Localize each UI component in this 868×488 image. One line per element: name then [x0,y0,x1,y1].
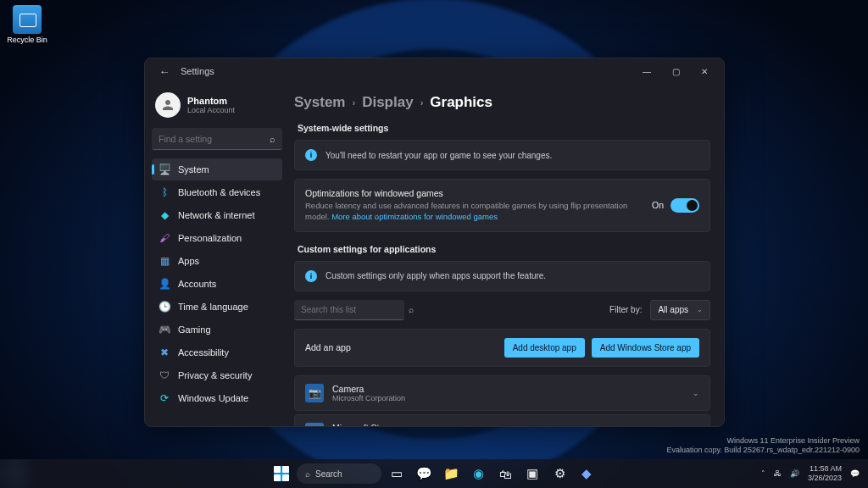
chevron-right-icon: › [352,97,355,108]
app-search-input[interactable] [301,305,409,314]
system-tray[interactable]: ˄ 🖧 🔊 11:58 AM 3/26/2023 💬 [761,464,860,483]
close-button[interactable]: ✕ [690,62,719,80]
terminal-button[interactable]: ▣ [520,462,544,485]
sidebar-item-apps[interactable]: ▦Apps [152,250,282,272]
search-icon: ⌕ [305,469,310,479]
filter-row: ⌕ Filter by: All apps ⌄ [294,300,710,320]
chevron-right-icon: › [420,97,424,108]
back-button[interactable]: ← [155,62,174,80]
sidebar-item-label: System [178,164,209,175]
content-area[interactable]: System › Display › Graphics System-wide … [289,84,724,426]
info-text: You'll need to restart your app or game … [326,151,552,160]
titlebar: ← Settings ― ▢ ✕ [145,58,724,84]
sidebar-item-accounts[interactable]: 👤Accounts [152,273,282,295]
sidebar-item-personalization[interactable]: 🖌Personalization [152,227,282,249]
sidebar-item-privacy[interactable]: 🛡Privacy & security [152,364,282,386]
notifications-icon[interactable]: 💬 [850,469,860,478]
info-card-custom: i Custom settings only apply when apps s… [294,261,710,291]
app-icon: 📷 [305,384,324,402]
sidebar-item-label: Bluetooth & devices [178,187,260,197]
app-row[interactable]: ▣Microsoft StoreMicrosoft Corporation⌄ [294,414,710,426]
network-icon: ◆ [159,209,170,221]
store-button[interactable]: 🛍 [493,462,517,485]
sidebar-item-gaming[interactable]: 🎮Gaming [152,319,282,341]
breadcrumb-system[interactable]: System [294,94,345,111]
recycle-bin-icon [13,5,42,34]
profile[interactable]: Phantom Local Account [152,89,282,126]
bluetooth-icon: ᛒ [159,186,170,198]
section-title-system: System-wide settings [298,123,710,133]
info-card-restart: i You'll need to restart your app or gam… [294,140,710,170]
app-list: 📷CameraMicrosoft Corporation⌄▣Microsoft … [294,375,710,426]
maximize-button[interactable]: ▢ [661,62,690,80]
sidebar-item-label: Accounts [178,279,216,289]
opt-desc: Reduce latency and use advanced features… [305,200,640,223]
sidebar-item-time[interactable]: 🕒Time & language [152,296,282,318]
sidebar-item-network[interactable]: ◆Network & internet [152,204,282,226]
section-title-custom: Custom settings for applications [298,244,710,254]
watermark: Windows 11 Enterprise Insider Preview Ev… [666,436,860,456]
add-app-row: Add an app Add desktop app Add Windows S… [294,329,710,367]
add-store-app-button[interactable]: Add Windows Store app [592,338,699,358]
accessibility-icon: ✖ [159,347,170,358]
accounts-icon: 👤 [159,278,170,290]
breadcrumb-display[interactable]: Display [362,94,413,111]
network-icon[interactable]: 🖧 [774,469,782,478]
info-icon: i [305,270,317,282]
add-app-label: Add an app [305,342,498,352]
search-icon: ⌕ [270,134,275,144]
opt-link[interactable]: More about optimizations for windowed ga… [331,212,498,221]
breadcrumb-current: Graphics [430,94,492,111]
sidebar-item-label: Accessibility [178,347,229,358]
filter-label: Filter by: [609,305,642,314]
app-search[interactable]: ⌕ [294,300,404,320]
optimizations-toggle[interactable] [670,198,699,213]
sidebar-item-bluetooth[interactable]: ᛒBluetooth & devices [152,181,282,203]
time-icon: 🕒 [159,301,170,313]
sidebar-item-accessibility[interactable]: ✖Accessibility [152,341,282,363]
edge-button[interactable]: ◉ [466,462,490,485]
explorer-button[interactable]: 📁 [439,462,463,485]
profile-sub: Local Account [187,106,235,114]
optimizations-card: Optimizations for windowed games Reduce … [294,179,710,232]
tray-chevron-icon[interactable]: ˄ [761,469,765,478]
filter-value: All apps [658,305,688,314]
toggle-state: On [652,200,664,210]
personalization-icon: 🖌 [159,232,170,244]
avatar-icon [155,92,181,118]
sidebar-item-label: Privacy & security [178,370,252,380]
system-icon: 🖥️ [159,164,170,175]
minimize-button[interactable]: ― [632,62,661,80]
taskbar-search[interactable]: ⌕Search [297,463,381,484]
desktop-recycle-bin[interactable]: Recycle Bin [5,5,49,44]
clock[interactable]: 11:58 AM 3/26/2023 [808,464,842,483]
sidebar-item-label: Gaming [178,324,211,335]
start-button[interactable] [270,462,293,485]
window-title: Settings [181,66,214,76]
app-name: Camera [332,384,684,394]
search-icon: ⌕ [409,305,414,314]
filter-dropdown[interactable]: All apps ⌄ [650,300,710,320]
sidebar-search[interactable]: ⌕ [152,128,282,150]
gaming-icon: 🎮 [159,324,170,336]
volume-icon[interactable]: 🔊 [790,469,799,478]
sidebar-item-system[interactable]: 🖥️System [152,158,282,180]
nav-list: 🖥️SystemᛒBluetooth & devices◆Network & i… [152,158,282,409]
task-view-button[interactable]: ▭ [385,462,409,485]
chevron-down-icon: ⌄ [693,389,699,397]
breadcrumb: System › Display › Graphics [294,94,710,111]
settings-button[interactable]: ⚙ [548,462,571,485]
sidebar: Phantom Local Account ⌕ 🖥️SystemᛒBluetoo… [145,84,289,426]
info-text: Custom settings only apply when apps sup… [326,271,546,280]
sidebar-search-input[interactable] [159,134,270,144]
add-desktop-app-button[interactable]: Add desktop app [504,338,585,358]
app-row[interactable]: 📷CameraMicrosoft Corporation⌄ [294,375,710,411]
app-name: Microsoft Store [332,423,684,426]
chat-button[interactable]: 💬 [412,462,436,485]
app-publisher: Microsoft Corporation [332,394,684,402]
sidebar-item-label: Time & language [178,302,248,312]
app-button[interactable]: ◆ [575,462,598,485]
info-icon: i [305,149,317,161]
sidebar-item-update[interactable]: ⟳Windows Update [152,387,282,409]
opt-title: Optimizations for windowed games [305,188,640,198]
